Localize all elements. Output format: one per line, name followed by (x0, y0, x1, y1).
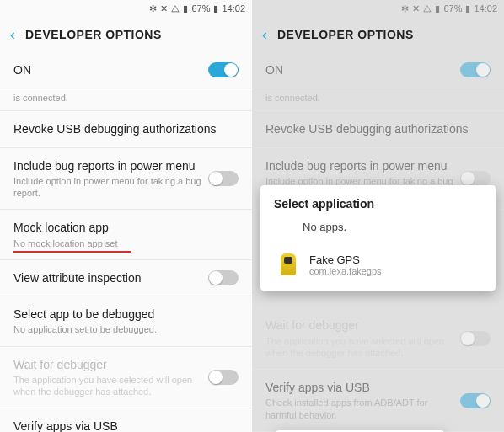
verify-apps-label: Verify apps via USB (265, 380, 460, 395)
signal-icon: ▮ (435, 3, 440, 14)
wait-debugger-label: Wait for debugger (13, 357, 208, 372)
verify-apps-label: Verify apps via USB (13, 419, 208, 432)
back-icon[interactable]: ‹ (262, 26, 267, 44)
revoke-usb-label: Revoke USB debugging authorizations (265, 121, 469, 136)
row-master-toggle: ON (252, 52, 504, 88)
screen-left: ✻ ✕ ⧋ ▮ 67% ▮ 14:02 ‹ DEVELOPER OPTIONS … (0, 0, 252, 432)
wait-debugger-toggle (208, 370, 239, 385)
dialog-no-apps: No apps. (260, 217, 496, 245)
page-title: DEVELOPER OPTIONS (277, 28, 414, 41)
row-mock-location[interactable]: Mock location app No mock location app s… (0, 210, 252, 259)
select-debug-label: Select app to be debugged (13, 307, 239, 322)
bug-reports-toggle[interactable] (208, 171, 239, 186)
battery-pct: 67% (191, 3, 210, 13)
connected-note: is connected. (265, 92, 320, 104)
battery-icon: ▮ (465, 3, 470, 14)
dialog-app-item[interactable]: Fake GPS com.lexa.fakegps (260, 245, 496, 284)
row-verify-apps[interactable]: Verify apps via USB Check installed apps… (0, 408, 252, 432)
wifi-icon: ⧋ (423, 3, 432, 14)
wait-debugger-sub: The application you have selected will o… (13, 374, 208, 398)
row-revoke-usb[interactable]: Revoke USB debugging authorizations (0, 111, 252, 147)
mute-icon: ✕ (160, 3, 168, 14)
row-select-debug-app[interactable]: Select app to be debugged No application… (0, 296, 252, 346)
row-revoke-usb: Revoke USB debugging authorizations (252, 111, 504, 147)
signal-icon: ▮ (183, 3, 188, 14)
revoke-usb-label: Revoke USB debugging authorizations (13, 121, 217, 136)
bug-reports-label: Include bug reports in power menu (265, 158, 460, 173)
battery-pct: 67% (443, 3, 462, 13)
view-attr-label: View attribute inspection (13, 270, 208, 285)
dimmed-background-lower: Wait for debugger The application you ha… (252, 307, 504, 432)
statusbar: ✻ ✕ ⧋ ▮ 67% ▮ 14:02 (0, 0, 252, 17)
statusbar: ✻ ✕ ⧋ ▮ 67% ▮ 14:02 (252, 0, 504, 17)
wait-debugger-label: Wait for debugger (265, 317, 460, 333)
battery-icon: ▮ (213, 3, 218, 14)
bluetooth-icon: ✻ (401, 3, 409, 14)
highlight-underline (13, 251, 131, 253)
row-master-toggle[interactable]: ON (0, 52, 252, 88)
master-toggle-label: ON (265, 62, 460, 77)
bug-reports-label: Include bug reports in power menu (13, 158, 208, 173)
bug-reports-toggle (460, 171, 491, 186)
select-debug-sub: No application set to be debugged. (13, 323, 239, 335)
master-toggle (460, 62, 491, 77)
row-connected-note: is connected. (252, 88, 504, 111)
clock: 14:02 (474, 3, 497, 13)
row-view-attribute[interactable]: View attribute inspection (0, 260, 252, 296)
header: ‹ DEVELOPER OPTIONS (0, 17, 252, 52)
row-connected-note: is connected. (0, 88, 252, 111)
master-toggle-label: ON (13, 62, 208, 77)
page-title: DEVELOPER OPTIONS (25, 28, 162, 41)
wifi-icon: ⧋ (171, 3, 180, 14)
back-icon[interactable]: ‹ (10, 26, 15, 44)
verify-apps-toggle (460, 393, 491, 408)
verify-apps-sub: Check installed apps from ADB/ADT for ha… (265, 397, 460, 421)
bluetooth-icon: ✻ (149, 3, 157, 14)
master-toggle[interactable] (208, 62, 239, 77)
app-icon (274, 252, 299, 277)
clock: 14:02 (222, 3, 245, 13)
select-application-dialog: Select application No apps. Fake GPS com… (260, 185, 496, 291)
row-bug-reports[interactable]: Include bug reports in power menu Includ… (0, 148, 252, 211)
row-wait-debugger: Wait for debugger The application you ha… (0, 347, 252, 409)
header: ‹ DEVELOPER OPTIONS (252, 17, 504, 52)
row-verify-apps: Verify apps via USB Check installed apps… (252, 370, 504, 432)
mock-location-label: Mock location app (13, 220, 239, 235)
connected-note: is connected. (13, 92, 68, 104)
wait-debugger-sub: The application you have selected will o… (265, 335, 460, 360)
app-package: com.lexa.fakegps (309, 266, 482, 276)
bug-reports-sub: Include option in power menu for taking … (13, 175, 208, 200)
app-name: Fake GPS (309, 253, 482, 266)
screen-right: ✻ ✕ ⧋ ▮ 67% ▮ 14:02 ‹ DEVELOPER OPTIONS … (252, 0, 504, 432)
wait-debugger-toggle (460, 331, 491, 346)
mock-location-sub: No mock location app set (13, 237, 239, 249)
row-wait-debugger: Wait for debugger The application you ha… (252, 307, 504, 370)
dialog-title: Select application (260, 185, 496, 217)
mute-icon: ✕ (412, 3, 420, 14)
view-attr-toggle[interactable] (208, 270, 239, 285)
